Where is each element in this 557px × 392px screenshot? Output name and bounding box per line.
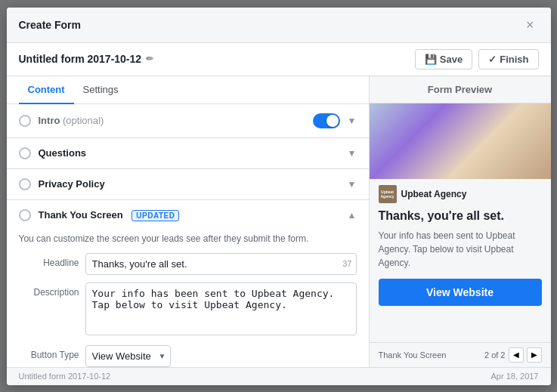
intro-optional-text: (optional) bbox=[63, 115, 104, 126]
save-button[interactable]: 💾 Save bbox=[415, 49, 472, 69]
preview-description: Your info has been sent to Upbeat Agency… bbox=[370, 229, 551, 279]
prev-page-button[interactable]: ◀ bbox=[509, 347, 524, 363]
questions-chevron: ▼ bbox=[348, 148, 357, 159]
description-field: Your info has been sent to Upbeat Agency… bbox=[85, 282, 357, 338]
modal-header: Create Form × bbox=[7, 8, 551, 43]
questions-radio bbox=[19, 147, 31, 159]
intro-radio bbox=[19, 115, 31, 127]
preview-title: Thanks, you're all set. bbox=[370, 206, 551, 229]
intro-section-left: Intro (optional) bbox=[19, 115, 104, 127]
finish-icon: ✓ bbox=[488, 54, 497, 65]
bottom-bar-left: Untitled form 2017-10-12 bbox=[19, 372, 111, 381]
intro-chevron: ▼ bbox=[348, 116, 357, 126]
thank-you-section-header[interactable]: Thank You Screen UPDATED ▲ bbox=[7, 200, 369, 230]
brand-name: Upbeat Agency bbox=[401, 189, 467, 199]
modal-title: Create Form bbox=[19, 19, 81, 31]
intro-toggle[interactable] bbox=[313, 113, 340, 128]
headline-field: 37 bbox=[85, 253, 357, 275]
bottom-bar: Untitled form 2017-10-12 Apr 18, 2017 bbox=[7, 367, 551, 385]
intro-header-right: ▼ bbox=[313, 113, 357, 128]
preview-view-website-button[interactable]: View Website bbox=[379, 279, 542, 306]
header-actions: 💾 Save ✓ Finish bbox=[415, 49, 539, 69]
headline-input-wrapper: 37 bbox=[85, 253, 357, 275]
bottom-bar-right: Apr 18, 2017 bbox=[491, 372, 539, 381]
form-name: Untitled form 2017-10-12 ✏ bbox=[19, 53, 154, 65]
updated-badge: UPDATED bbox=[132, 210, 179, 221]
questions-title: Questions bbox=[39, 147, 87, 159]
tabs: Content Settings bbox=[7, 76, 369, 104]
button-type-select[interactable]: View Website Call Download bbox=[85, 345, 171, 367]
intro-section: Intro (optional) ▼ bbox=[7, 104, 369, 138]
button-type-field: View Website Call Download ▼ bbox=[85, 345, 357, 367]
headline-input[interactable] bbox=[85, 253, 357, 275]
right-panel: Form Preview UpbeatAgency Upbeat Agency … bbox=[370, 76, 551, 367]
save-label: Save bbox=[440, 54, 463, 65]
form-name-text: Untitled form 2017-10-12 bbox=[19, 53, 142, 65]
modal-body: Content Settings Intro (optional) bbox=[7, 76, 551, 367]
preview-page-info: 2 of 2 bbox=[484, 350, 506, 360]
button-type-row: Button Type View Website Call Download ▼ bbox=[19, 345, 357, 367]
thank-you-description: You can customize the screen your leads … bbox=[19, 230, 357, 244]
toggle-knob bbox=[326, 115, 339, 127]
headline-label: Headline bbox=[19, 253, 79, 268]
edit-icon[interactable]: ✏ bbox=[146, 54, 153, 64]
privacy-section-header[interactable]: Privacy Policy ▼ bbox=[7, 169, 369, 199]
thank-you-chevron: ▲ bbox=[348, 210, 357, 221]
headline-char-count: 37 bbox=[342, 259, 351, 268]
questions-section: Questions ▼ bbox=[7, 138, 369, 169]
button-type-select-wrapper: View Website Call Download ▼ bbox=[85, 345, 171, 367]
preview-nav: 2 of 2 ◀ ▶ bbox=[484, 347, 542, 363]
thank-you-section: Thank You Screen UPDATED ▲ You can custo… bbox=[7, 200, 369, 367]
privacy-section-left: Privacy Policy bbox=[19, 178, 105, 190]
modal-overlay: Create Form × Untitled form 2017-10-12 ✏… bbox=[0, 0, 557, 392]
left-panel: Content Settings Intro (optional) bbox=[7, 76, 370, 367]
privacy-chevron: ▼ bbox=[348, 179, 357, 190]
questions-section-left: Questions bbox=[19, 147, 87, 159]
preview-footer: Thank You Screen 2 of 2 ◀ ▶ bbox=[370, 342, 551, 367]
thank-you-radio bbox=[19, 209, 31, 221]
next-page-button[interactable]: ▶ bbox=[527, 347, 542, 363]
description-textarea[interactable]: Your info has been sent to Upbeat Agency… bbox=[85, 282, 357, 335]
preview-header: Form Preview bbox=[370, 76, 551, 103]
save-icon: 💾 bbox=[425, 54, 437, 65]
tab-content[interactable]: Content bbox=[19, 76, 74, 104]
thank-you-section-left: Thank You Screen UPDATED bbox=[19, 209, 180, 221]
create-form-modal: Create Form × Untitled form 2017-10-12 ✏… bbox=[7, 8, 551, 385]
thank-you-content: You can customize the screen your leads … bbox=[7, 230, 369, 367]
button-type-label: Button Type bbox=[19, 345, 79, 360]
finish-button[interactable]: ✓ Finish bbox=[478, 49, 538, 69]
privacy-section: Privacy Policy ▼ bbox=[7, 169, 369, 200]
description-row: Description Your info has been sent to U… bbox=[19, 282, 357, 338]
preview-image bbox=[370, 103, 551, 179]
close-button[interactable]: × bbox=[521, 17, 539, 33]
privacy-radio bbox=[19, 178, 31, 190]
finish-label: Finish bbox=[500, 54, 528, 65]
form-name-row: Untitled form 2017-10-12 ✏ 💾 Save ✓ Fini… bbox=[7, 43, 551, 76]
privacy-title: Privacy Policy bbox=[39, 178, 105, 190]
intro-title: Intro (optional) bbox=[39, 115, 104, 126]
tab-settings[interactable]: Settings bbox=[74, 76, 128, 104]
preview-brand: UpbeatAgency Upbeat Agency bbox=[370, 179, 551, 206]
brand-logo: UpbeatAgency bbox=[379, 185, 397, 203]
description-label: Description bbox=[19, 282, 79, 298]
questions-section-header[interactable]: Questions ▼ bbox=[7, 138, 369, 168]
thank-you-title: Thank You Screen UPDATED bbox=[39, 209, 180, 221]
headline-row: Headline 37 bbox=[19, 253, 357, 275]
preview-content: UpbeatAgency Upbeat Agency Thanks, you'r… bbox=[370, 103, 551, 342]
preview-footer-label: Thank You Screen bbox=[379, 350, 447, 360]
intro-section-header[interactable]: Intro (optional) ▼ bbox=[7, 104, 369, 137]
